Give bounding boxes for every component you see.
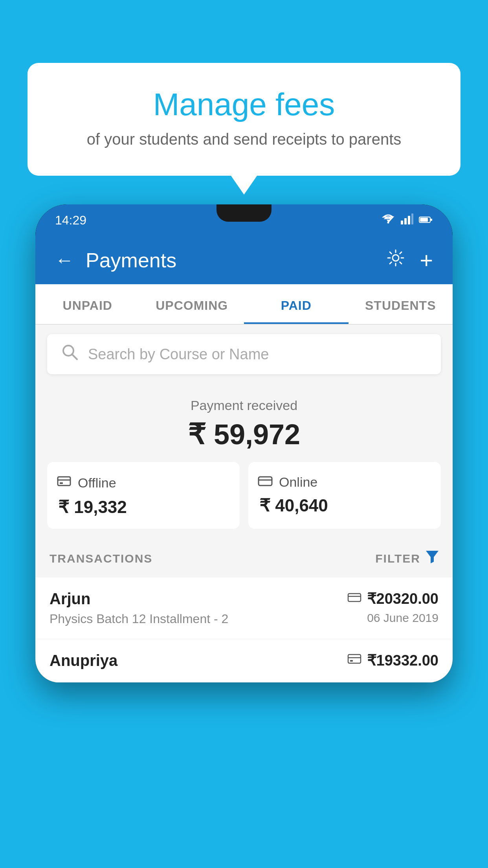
table-row[interactable]: Arjun Physics Batch 12 Installment - 2 ₹… [35,577,453,639]
transaction-name: Anupriya [50,652,117,669]
offline-card-header: Offline [57,474,230,492]
svg-point-8 [393,255,399,261]
svg-rect-21 [350,660,353,662]
tab-unpaid[interactable]: UNPAID [35,284,140,324]
filter-icon [426,551,438,566]
transactions-header: TRANSACTIONS FILTER [35,540,453,577]
header-right: + [386,247,433,273]
svg-rect-14 [259,477,272,485]
battery-icon [419,214,433,226]
speech-bubble-section: Manage fees of your students and send re… [28,63,460,176]
transaction-amount-row: ₹19332.00 [347,652,439,669]
settings-icon[interactable] [386,248,405,272]
transaction-left: Anupriya [50,652,117,669]
search-section: Search by Course or Name [35,325,453,384]
tabs-bar: UNPAID UPCOMING PAID STUDENTS [35,284,453,325]
svg-rect-6 [420,218,428,222]
wifi-icon [381,213,395,227]
transaction-amount: ₹19332.00 [367,652,439,669]
transaction-left: Arjun Physics Batch 12 Installment - 2 [50,590,228,626]
svg-rect-4 [411,213,413,224]
search-icon [61,344,79,365]
online-card-header: Online [258,474,431,491]
phone-notch [216,204,272,222]
transaction-date: 06 June 2019 [367,611,438,625]
transaction-course: Physics Batch 12 Installment - 2 [50,612,228,626]
offline-amount: ₹ 19,332 [57,497,230,517]
tab-paid[interactable]: PAID [244,284,349,324]
filter-label: FILTER [375,552,420,565]
transactions-label: TRANSACTIONS [50,552,152,565]
svg-rect-3 [408,216,410,224]
payment-received-label: Payment received [47,398,441,413]
svg-point-0 [387,221,389,223]
status-icons [381,213,433,227]
transactions-list: Arjun Physics Batch 12 Installment - 2 ₹… [35,577,453,682]
svg-rect-19 [348,655,361,663]
svg-rect-11 [58,477,70,485]
tab-students[interactable]: STUDENTS [349,284,453,324]
bubble-subtitle: of your students and send receipts to pa… [59,131,429,148]
add-button[interactable]: + [420,247,433,273]
online-amount: ₹ 40,640 [258,495,431,515]
offline-label: Offline [78,475,116,491]
svg-rect-7 [431,219,432,221]
svg-marker-16 [426,551,438,563]
app-header: ← Payments + [35,236,453,284]
phone-screen: 14:29 [35,204,453,682]
offline-payment-card: Offline ₹ 19,332 [47,462,240,529]
online-label: Online [279,474,317,490]
status-time: 14:29 [55,213,86,228]
transaction-amount: ₹20320.00 [367,590,439,607]
transaction-name: Arjun [50,590,228,608]
page-title: Payments [86,248,176,272]
bubble-title: Manage fees [59,86,429,123]
search-input[interactable]: Search by Course or Name [88,346,269,363]
transaction-right: ₹20320.00 06 June 2019 [347,590,439,625]
table-row[interactable]: Anupriya ₹19332.00 [35,639,453,682]
online-payment-card: Online ₹ 40,640 [248,462,441,529]
tab-upcoming[interactable]: UPCOMING [140,284,244,324]
phone-device: 14:29 [35,204,453,868]
payment-summary: Payment received ₹ 59,972 Offline [35,384,453,540]
transaction-amount-row: ₹20320.00 [347,590,439,607]
back-button[interactable]: ← [55,249,74,271]
svg-rect-17 [348,594,361,601]
svg-rect-2 [404,218,407,224]
search-bar[interactable]: Search by Course or Name [47,334,441,374]
signal-icon [401,213,413,227]
header-left: ← Payments [55,248,176,272]
card-payment-icon [347,592,361,606]
svg-rect-13 [60,482,63,484]
payment-total-amount: ₹ 59,972 [47,418,441,451]
svg-line-10 [72,354,77,359]
offline-icon [57,474,72,492]
offline-payment-icon [347,653,361,668]
filter-container[interactable]: FILTER [375,551,438,566]
payment-cards: Offline ₹ 19,332 Online [47,462,441,529]
svg-rect-1 [401,221,403,224]
speech-bubble: Manage fees of your students and send re… [28,63,460,176]
status-bar: 14:29 [35,204,453,236]
online-icon [258,474,273,491]
transaction-right: ₹19332.00 [347,652,439,669]
